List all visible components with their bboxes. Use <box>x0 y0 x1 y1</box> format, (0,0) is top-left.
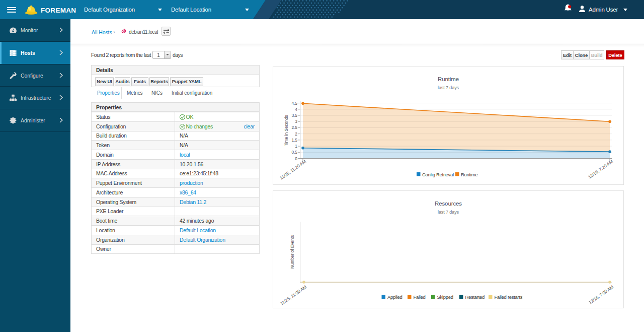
svg-text:Failed: Failed <box>414 294 426 300</box>
svg-text:12/16, 7:20 AM: 12/16, 7:20 AM <box>588 284 614 305</box>
svg-text:12/16, 7:20 AM: 12/16, 7:20 AM <box>587 159 614 179</box>
svg-text:Runtime: Runtime <box>461 171 477 177</box>
svg-text:Failed restarts: Failed restarts <box>495 294 523 300</box>
svg-text:2: 2 <box>295 131 297 136</box>
svg-text:4.5: 4.5 <box>291 100 297 105</box>
svg-text:last 7 days: last 7 days <box>438 85 459 90</box>
svg-text:Skipped: Skipped <box>437 294 453 300</box>
svg-text:3: 3 <box>295 119 297 124</box>
svg-text:Resources: Resources <box>435 201 462 207</box>
svg-text:Config Retrieval: Config Retrieval <box>422 171 454 177</box>
svg-text:2.5: 2.5 <box>291 125 297 130</box>
svg-text:Applied: Applied <box>387 294 403 300</box>
svg-text:1.5: 1.5 <box>291 137 297 142</box>
svg-text:Restarted: Restarted <box>465 294 485 300</box>
svg-text:1: 1 <box>295 144 297 149</box>
svg-text:last 7 days: last 7 days <box>438 210 459 215</box>
svg-text:0.5: 0.5 <box>291 150 297 155</box>
svg-text:Runtime: Runtime <box>438 76 459 82</box>
svg-text:4: 4 <box>295 106 297 111</box>
svg-text:Number of Events: Number of Events <box>290 235 295 269</box>
svg-text:0: 0 <box>295 156 297 161</box>
svg-text:Time in Seconds: Time in Seconds <box>284 115 289 146</box>
svg-text:11/25, 11:20 AM: 11/25, 11:20 AM <box>279 284 307 306</box>
svg-text:11/25, 11:20 AM: 11/25, 11:20 AM <box>279 159 307 180</box>
svg-text:3.5: 3.5 <box>291 113 297 118</box>
